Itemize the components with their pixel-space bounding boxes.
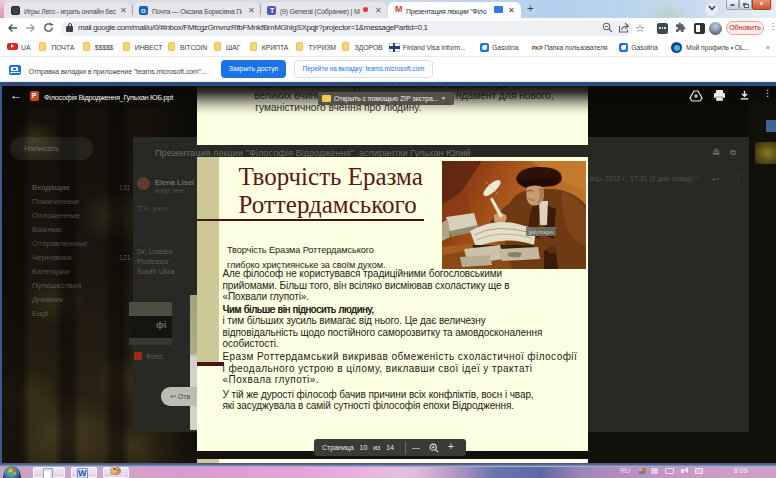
svg-text:gettyimages: gettyimages xyxy=(528,230,553,235)
